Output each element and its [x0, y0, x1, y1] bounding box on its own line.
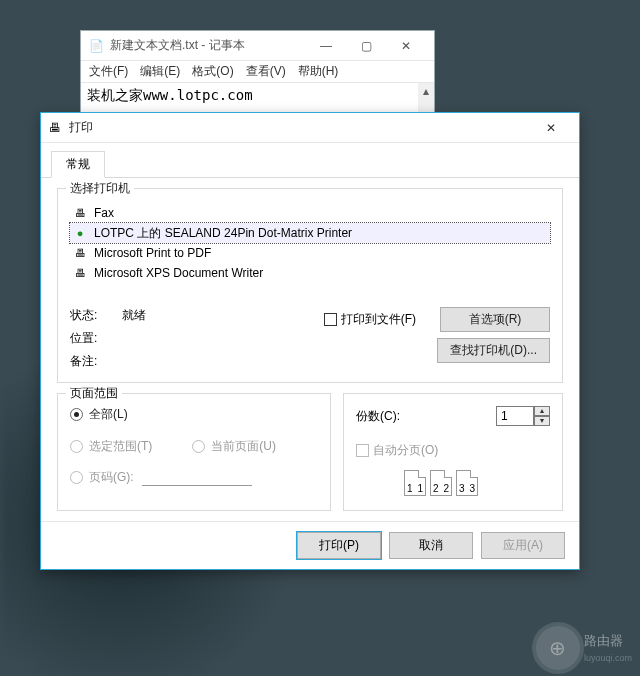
file-icon: 📄	[89, 39, 104, 53]
spin-up-icon[interactable]: ▴	[534, 406, 550, 416]
printer-list[interactable]: 🖶Fax ●LOTPC 上的 SEALAND 24Pin Dot-Matrix …	[70, 199, 550, 299]
menu-help[interactable]: 帮助(H)	[298, 63, 339, 80]
spin-down-icon[interactable]: ▾	[534, 416, 550, 426]
preferences-button[interactable]: 首选项(R)	[440, 307, 550, 332]
printer-item-pdf[interactable]: 🖶Microsoft Print to PDF	[70, 243, 550, 263]
watermark-icon: ⊕	[536, 626, 580, 670]
maximize-button[interactable]: ▢	[346, 31, 386, 61]
printer-item-xps[interactable]: 🖶Microsoft XPS Document Writer	[70, 263, 550, 283]
printer-icon: 🖶	[72, 206, 88, 220]
copies-group: 份数(C): ▴▾ 自动分页(O) 11 22 33	[343, 393, 563, 511]
printer-item-sealand[interactable]: ●LOTPC 上的 SEALAND 24Pin Dot-Matrix Print…	[70, 223, 550, 243]
notepad-content[interactable]: 装机之家www.lotpc.com	[81, 83, 434, 109]
comment-label: 备注:	[70, 353, 122, 370]
close-button[interactable]: ✕	[386, 31, 426, 61]
dialog-titlebar: 🖶 打印 ✕	[41, 113, 579, 143]
notepad-menubar: 文件(F) 编辑(E) 格式(O) 查看(V) 帮助(H)	[81, 61, 434, 83]
location-label: 位置:	[70, 330, 122, 347]
copies-input[interactable]	[496, 406, 534, 426]
page-range-label: 页面范围	[66, 385, 122, 402]
select-printer-label: 选择打印机	[66, 180, 134, 197]
printer-icon: 🖶	[72, 266, 88, 280]
status-label: 状态:	[70, 307, 122, 324]
dialog-footer: 打印(P) 取消 应用(A)	[41, 521, 579, 569]
dialog-close-button[interactable]: ✕	[531, 113, 571, 143]
copies-label: 份数(C):	[356, 408, 400, 425]
minimize-button[interactable]: —	[306, 31, 346, 61]
page-range-group: 页面范围 全部(L) 选定范围(T) 当前页面(U) 页码(G):	[57, 393, 331, 511]
menu-file[interactable]: 文件(F)	[89, 63, 128, 80]
menu-view[interactable]: 查看(V)	[246, 63, 286, 80]
scroll-up-icon[interactable]: ▴	[418, 83, 434, 99]
radio-selection: 选定范围(T)	[70, 438, 152, 455]
printer-group: 选择打印机 🖶Fax ●LOTPC 上的 SEALAND 24Pin Dot-M…	[57, 188, 563, 383]
copies-spinner[interactable]: ▴▾	[496, 406, 550, 426]
status-value: 就绪	[122, 307, 302, 324]
radio-current: 当前页面(U)	[192, 438, 276, 455]
print-dialog: 🖶 打印 ✕ 常规 选择打印机 🖶Fax ●LOTPC 上的 SEALAND 2…	[40, 112, 580, 570]
tab-general[interactable]: 常规	[51, 151, 105, 178]
printer-item-fax[interactable]: 🖶Fax	[70, 203, 550, 223]
collate-checkbox: 自动分页(O)	[356, 442, 438, 459]
pages-input	[142, 469, 252, 486]
printer-icon: 🖶	[72, 246, 88, 260]
printer-ready-icon: ●	[72, 226, 88, 240]
menu-format[interactable]: 格式(O)	[192, 63, 233, 80]
notepad-title: 新建文本文档.txt - 记事本	[110, 37, 300, 54]
menu-edit[interactable]: 编辑(E)	[140, 63, 180, 80]
dialog-title: 打印	[69, 119, 523, 136]
dialog-tabs: 常规	[41, 143, 579, 178]
notepad-titlebar: 📄 新建文本文档.txt - 记事本 — ▢ ✕	[81, 31, 434, 61]
radio-pages: 页码(G):	[70, 469, 134, 486]
collate-preview: 11 22 33	[356, 470, 550, 496]
print-button[interactable]: 打印(P)	[297, 532, 381, 559]
apply-button: 应用(A)	[481, 532, 565, 559]
cancel-button[interactable]: 取消	[389, 532, 473, 559]
watermark: ⊕ 路由器luyouqi.com	[536, 626, 632, 670]
radio-all[interactable]: 全部(L)	[70, 406, 128, 423]
print-to-file-checkbox[interactable]: 打印到文件(F)	[324, 311, 416, 328]
printer-icon: 🖶	[49, 121, 61, 135]
find-printer-button[interactable]: 查找打印机(D)...	[437, 338, 550, 363]
